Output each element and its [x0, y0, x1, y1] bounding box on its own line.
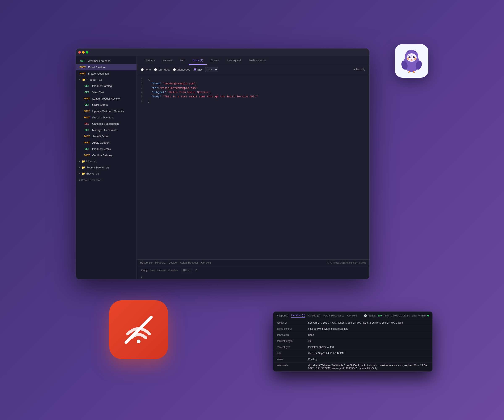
code-text: "to" [148, 86, 158, 90]
response-panel: Response Headers (8) Cookie (1) Actual R… [273, 312, 432, 372]
tab-headers[interactable]: Headers [141, 56, 159, 65]
chevron-right-icon: ▶ [79, 166, 80, 169]
folder-count: (4) [96, 172, 99, 175]
sidebar-item-order-status[interactable]: GET Order Status [80, 102, 137, 108]
time-label: Time: [384, 314, 389, 317]
sidebar: GET Weather Forecast POST Email Service … [76, 56, 137, 279]
resp-tab-cookie[interactable]: Cookie [169, 261, 177, 264]
folder-search-tweets[interactable]: ▶ 📁 Search Tweets (7) [76, 164, 137, 170]
sidebar-item-leave-review[interactable]: POST Leave Product Review [80, 95, 137, 102]
svg-point-13 [414, 58, 416, 60]
radio-none[interactable] [141, 68, 144, 71]
code-editor[interactable]: 1 { 2 "from": "sender@example.com", 3 "t… [137, 74, 369, 259]
sidebar-item-process-payment[interactable]: POST Process Payment [80, 114, 137, 120]
sidebar-item-email[interactable]: POST Email Service [76, 64, 137, 70]
sidebar-label: Imager Cognition [88, 72, 109, 75]
minimize-button[interactable] [82, 51, 85, 54]
sidebar-item-confirm-delivery[interactable]: POST Confirm Delivery [80, 152, 137, 158]
response-section: Response Headers Cookie Actual Request C… [137, 259, 369, 279]
json-format-select[interactable]: json [205, 67, 218, 72]
format-visualize[interactable]: Visualize [168, 269, 178, 272]
resp-tab-console[interactable]: Console [201, 261, 211, 264]
scene: GET Weather Forecast POST Email Service … [63, 31, 441, 389]
format-raw[interactable]: Raw [150, 269, 155, 272]
owl-app-icon[interactable]: <Hi> [395, 44, 428, 78]
line-number: 2 [141, 82, 145, 86]
folder-likes[interactable]: ▶ 📁 Likes (3) [76, 158, 137, 164]
folder-blocks[interactable]: ▶ 📁 Blocks (4) [76, 170, 137, 177]
chevron-right-icon: ▶ [79, 160, 80, 162]
response-line-number: 1 [137, 275, 369, 279]
time-label: ⏱ Time: [330, 261, 339, 264]
tab-postresponse[interactable]: Post-response [245, 56, 270, 65]
sidebar-item-weather[interactable]: GET Weather Forecast [76, 58, 137, 64]
tab-prerequest[interactable]: Pre-request [223, 56, 245, 65]
main-content: Headers Params Path Body (1) Cookie Pre-… [137, 56, 369, 279]
close-button[interactable] [78, 51, 81, 54]
sidebar-item-cancel-sub[interactable]: DEL Cancel a Subscription [80, 120, 137, 127]
time-value: 14:18:46 ms [340, 261, 352, 264]
code-val: "Hello from Email Service" [168, 90, 210, 95]
sidebar-item-product-details[interactable]: GET Product Details [80, 146, 137, 152]
add-collection-button[interactable]: + Create Collection [76, 177, 137, 184]
code-line-6: 6 } [141, 99, 365, 103]
code-val: "This is a test email sent through the E… [163, 95, 258, 99]
rpt-cookie[interactable]: Cookie (1) [308, 314, 320, 317]
header-key: accept-ch [273, 320, 305, 326]
sidebar-label: Weather Forecast [88, 60, 110, 63]
beautify-button[interactable]: ✦ Beautify [353, 68, 365, 71]
header-row: content-length 495 [273, 338, 432, 344]
chevron-right-icon: ▶ [79, 172, 80, 175]
resp-tab-response[interactable]: Response [140, 261, 152, 264]
radio-form-data[interactable] [154, 68, 157, 71]
tab-cookie[interactable]: Cookie [207, 56, 223, 65]
time-icon: ⏱ [327, 261, 329, 264]
format-preview[interactable]: Preview [157, 269, 166, 272]
code-line-3: 3 "to": "recipient@example.com", [141, 86, 365, 90]
rpt-headers[interactable]: Headers (8) [291, 314, 305, 318]
sidebar-label: Email Service [88, 66, 105, 69]
option-none[interactable]: none [141, 68, 151, 71]
method-badge-post: POST [79, 66, 86, 69]
sidebar-item-update-cart[interactable]: POST Update Cart Item Quantity [80, 108, 137, 114]
method-post: POST [83, 141, 91, 144]
sidebar-item-submit-order[interactable]: POST Submit Order [80, 133, 137, 139]
svg-point-22 [137, 340, 140, 343]
status-dot [427, 315, 429, 317]
tab-params[interactable]: Params [159, 56, 176, 65]
option-raw[interactable]: raw [194, 68, 202, 71]
window-body: GET Weather Forecast POST Email Service … [76, 56, 369, 279]
header-value: text/html; charset=utf-8 [305, 344, 432, 350]
sidebar-item-manage-profile[interactable]: GET Manage User Profile [80, 127, 137, 133]
sidebar-item-imager[interactable]: POST Imager Cognition [76, 70, 137, 77]
main-window: GET Weather Forecast POST Email Service … [76, 48, 370, 279]
radio-raw[interactable] [194, 68, 196, 71]
code-text: "subject" [148, 90, 166, 95]
svg-point-12 [407, 58, 409, 60]
radio-urlencoded[interactable] [173, 68, 176, 71]
tab-path[interactable]: Path [176, 56, 189, 65]
sidebar-item-apply-coupon[interactable]: POST Apply Coupon [80, 139, 137, 146]
sidebar-item-product-catalog[interactable]: GET Product Catalog [80, 83, 137, 89]
resp-tab-headers[interactable]: Headers [155, 261, 165, 264]
tab-body[interactable]: Body (1) [189, 56, 207, 65]
response-info: ⏱ ⏱ Time: 14:18:46 ms Size: 0.00kb [327, 261, 366, 264]
method-get: GET [83, 147, 90, 150]
option-form-data[interactable]: form-data [154, 68, 170, 71]
rpt-actual[interactable]: Actual Request ▲ [323, 314, 344, 317]
maximize-button[interactable] [86, 51, 88, 54]
folder-product[interactable]: ▼ 📁 Product (12) [76, 77, 137, 83]
item-label: Apply Coupon [92, 141, 110, 144]
rpt-response[interactable]: Response [276, 314, 288, 317]
resp-tab-actual[interactable]: Actual Request [180, 261, 198, 264]
code-line-4: 4 "subject": "Hello from Email Service", [141, 90, 365, 95]
rpt-console[interactable]: Console [347, 314, 357, 317]
code-val: "recipient@example.com" [160, 86, 197, 90]
sidebar-item-view-cart[interactable]: GET View Cart [80, 89, 137, 95]
option-urlencoded[interactable]: urlencoded [173, 68, 190, 71]
body-options: none form-data urlencoded raw [137, 65, 369, 74]
format-pretty[interactable]: Pretty [141, 269, 147, 272]
copy-icon[interactable]: ⧉ [196, 269, 197, 272]
header-key: cache-control [273, 326, 305, 332]
method-post: POST [83, 109, 91, 113]
